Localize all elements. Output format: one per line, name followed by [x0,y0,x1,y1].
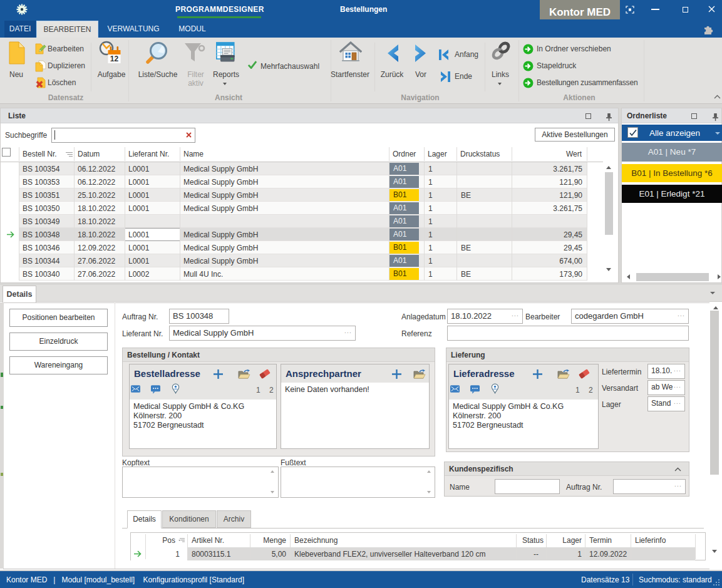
svg-text:12: 12 [110,54,119,63]
